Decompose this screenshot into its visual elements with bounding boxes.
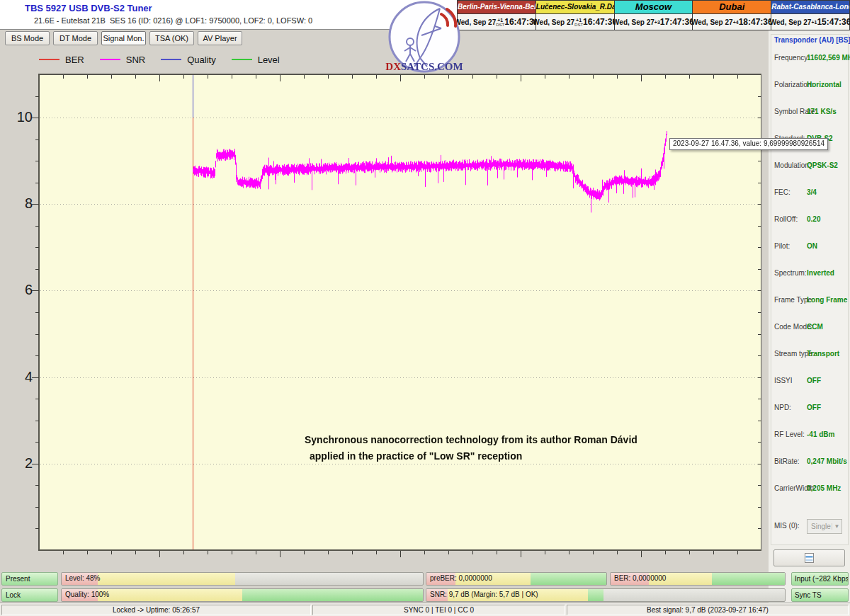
app-title: TBS 5927 USB DVB-S2 Tuner	[25, 3, 152, 13]
transponder-row-label: Pilot:	[774, 242, 790, 250]
value-tooltip: 2023-09-27 16.47.36, value: 9,6999998092…	[669, 138, 828, 150]
clock-date: Wed, Sep 27	[613, 18, 654, 26]
tab-bs-mode[interactable]: BS Mode	[5, 31, 50, 45]
dxsatcs-logo: DXSATCS.COM	[380, 0, 468, 76]
legend-item: BER	[39, 55, 84, 65]
transponder-row: Frame Type:Long Frame	[771, 287, 848, 314]
mis-row: MIS (0): Single ▼	[771, 511, 848, 537]
ber-bar: BER: 0,0000000	[610, 572, 786, 586]
transponder-row-value: Transport	[807, 350, 839, 358]
mis-dropdown[interactable]: Single ▼	[807, 519, 842, 534]
bar-label: SNR: 9,7 dB (Margin: 5,7 dB | OK)	[430, 591, 538, 598]
legend-label: SNR	[126, 55, 145, 65]
list-icon	[804, 552, 815, 564]
bar-label: Level: 48%	[65, 574, 100, 582]
clock-city-label: Moscow	[615, 1, 693, 14]
tab-av-player[interactable]: AV Player	[198, 31, 242, 45]
clock-datetime: Wed, Sep 27+115:47:36	[771, 14, 849, 30]
bar-segment-green	[712, 573, 785, 585]
stream-list-button[interactable]	[774, 549, 845, 566]
clock: Rabat-Casablanca-LondonWed, Sep 27+115:4…	[771, 0, 850, 30]
mis-selected-value: Single	[808, 523, 832, 530]
best-signal-status: Best signal: 9,7 dB (2023-09-27 16:47)	[567, 605, 849, 615]
clock-datetime: Wed, Sep 27+317:47:36	[615, 14, 693, 30]
transponder-row-value: 0,247 Mbit/s	[807, 457, 847, 465]
satellite-subtitle: 21.6E - Eutelsat 21B SES 16 (ID: 0216) @…	[34, 16, 312, 25]
chart-annotation: Synchronous nanocorrection technology fr…	[305, 432, 638, 464]
annotation-line-1: Synchronous nanocorrection technology fr…	[305, 432, 638, 448]
transponder-row-value: Horizontal	[807, 81, 842, 89]
transponder-row-value: QPSK-S2	[807, 161, 838, 169]
legend-item: Level	[232, 55, 280, 65]
transponder-row-value: OFF	[807, 404, 821, 411]
clock-time: 16:47:36	[583, 17, 617, 27]
annotation-line-2: applied in the practice of "Low SR" rece…	[305, 448, 638, 464]
level-bar: Level: 48%	[61, 572, 424, 586]
clock-date: Wed, Sep 27	[691, 18, 733, 26]
tab-signal-mon[interactable]: Signal Mon.	[101, 31, 146, 45]
tab-dt-mode[interactable]: DT Mode	[53, 31, 98, 45]
transponder-row: Frequency:11602,569 MHz	[771, 45, 848, 72]
status-bar: Locked -> Uptime: 05:26:57 SYNC 0 | TEI …	[0, 603, 850, 616]
world-clocks: Berlin-Paris-Vienna-BelgradeWed, Sep 27+…	[458, 0, 850, 30]
transponder-row-value: 3/4	[807, 188, 817, 196]
transponder-row-value: Long Frame	[807, 296, 847, 304]
transponder-row-value: 0,205 MHz	[807, 484, 841, 492]
legend-label: BER	[65, 55, 84, 65]
transponder-row: Code Mode:CCM	[771, 314, 848, 341]
clock-city-label: Lučenec-Slovakia_R.Dávid	[536, 1, 614, 14]
transponder-row-value: ON	[807, 242, 817, 250]
legend-item: Quality	[161, 55, 215, 65]
legend-label: Quality	[187, 55, 215, 65]
clock: MoscowWed, Sep 27+317:47:36	[614, 0, 693, 30]
transponder-row-label: BitRate:	[774, 457, 800, 465]
tab-tsa[interactable]: TSA (OK)	[149, 31, 194, 45]
bar-segment-yellow	[98, 589, 242, 601]
transponder-row-value: 0.20	[807, 215, 820, 223]
bar-segment-green	[588, 589, 604, 601]
transponder-row-label: NPD:	[774, 404, 791, 411]
present-badge: Present	[1, 572, 58, 586]
transponder-row-value: CCM	[807, 323, 823, 331]
logo-text: DXSATCS.COM	[385, 61, 463, 72]
clock-date: Wed, Sep 27	[533, 18, 574, 26]
clock-utc-offset: +3	[654, 20, 660, 25]
bar-label: preBER: 0,0000000	[430, 574, 492, 582]
clock-datetime: Wed, Sep 27+418:47:36	[693, 14, 771, 30]
clock-city-label: Berlin-Paris-Vienna-Belgrade	[458, 1, 536, 14]
clock-utc-offset: +1	[811, 20, 817, 25]
transponder-row: Polarization:Horizontal	[771, 72, 848, 98]
legend-color-line	[161, 59, 181, 60]
transponder-row: FEC:3/4	[771, 179, 848, 206]
chevron-down-icon: ▼	[832, 523, 842, 530]
clock: Berlin-Paris-Vienna-BelgradeWed, Sep 27+…	[457, 0, 536, 30]
tuner-window: TBS 5927 USB DVB-S2 Tuner 21.6E - Eutels…	[0, 0, 850, 616]
transponder-row-label: FEC:	[774, 188, 790, 196]
transponder-row: RF Level:-41 dBm	[771, 421, 848, 448]
uptime-status: Locked -> Uptime: 05:26:57	[1, 605, 311, 615]
transponder-row: Symbol Rate:171 KS/s	[771, 98, 848, 125]
transponder-row: Stream type:Transport	[771, 341, 848, 367]
clock-utc-offset: +1DST	[496, 18, 504, 27]
transponder-row: Modulation:QPSK-S2	[771, 152, 848, 179]
clock-city-label: Rabat-Casablanca-London	[771, 1, 849, 14]
quality-bar: Quality: 100%	[61, 588, 424, 602]
transponder-row: ISSYIOFF	[771, 367, 848, 394]
snr-trace-canvas[interactable]	[29, 73, 761, 564]
snr-bar: SNR: 9,7 dB (Margin: 5,7 dB | OK)	[426, 588, 786, 602]
transponder-row-label: ISSYI	[774, 377, 793, 384]
clock-date: Wed, Sep 27	[770, 18, 812, 26]
preber-bar: preBER: 0,0000000	[426, 572, 607, 586]
transponder-row: Spectrum:Inverted	[771, 260, 848, 287]
clock: Lučenec-Slovakia_R.DávidWed, Sep 27+1DST…	[536, 0, 615, 30]
transponder-row: BitRate:0,247 Mbit/s	[771, 448, 848, 475]
clock-datetime: Wed, Sep 27+1DST16:47:36	[536, 14, 614, 30]
transponder-row-value: 11602,569 MHz	[807, 54, 850, 62]
transponder-row-label: Frequency:	[774, 54, 810, 62]
clock-datetime: Wed, Sep 27+1DST16:47:36	[458, 14, 536, 30]
input-rate-badge: Input (~282 Kbps)	[791, 572, 849, 586]
bar-label: BER: 0,0000000	[614, 574, 666, 582]
transponder-row-label: RollOff:	[774, 215, 798, 223]
legend-color-line	[232, 59, 252, 60]
sync-ts-badge: Sync TS	[791, 588, 849, 602]
